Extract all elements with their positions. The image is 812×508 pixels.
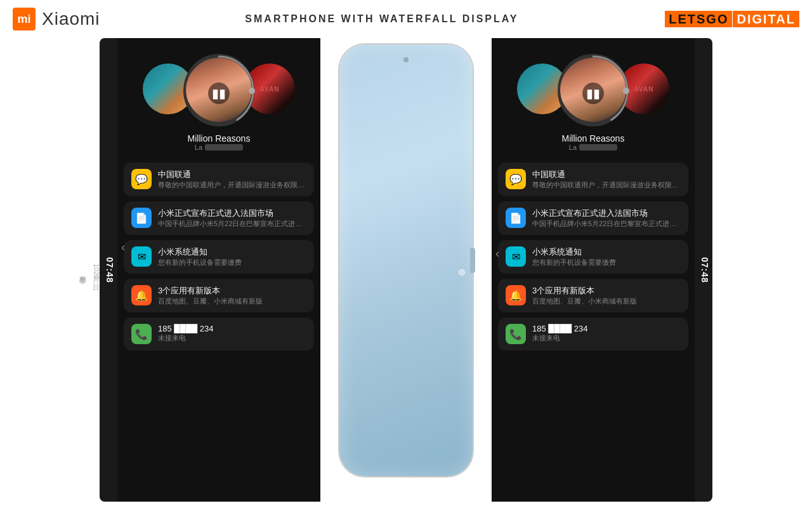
notif-desc-5-left: 未接来电 [158,333,306,343]
notif-content-4-right: 3个应用有新版本 百度地图、豆瓣、小米商城有新版 [532,285,681,306]
notifications-left: 💬 中国联通 尊敬的中国联通用户，开通国际漫游业务权限… 📄 小米正式宣布正式进… [117,157,320,356]
notif-title-5-left: 185 ████ 234 [158,324,306,333]
track-subtitle-right: La [562,144,625,151]
notif-desc-4-right: 百度地图、豆瓣、小米商城有新版 [532,297,681,306]
notif-title-3-left: 小米系统通知 [158,246,306,258]
notif-desc-3-right: 您有新的手机设备需要缴费 [532,258,681,267]
notif-content-3-left: 小米系统通知 您有新的手机设备需要缴费 [158,246,306,267]
pause-button-left[interactable]: ▮▮ [208,83,230,104]
notif-title-2-left: 小米正式宣布正式进入法国市场 [158,208,306,219]
notif-desc-2-right: 中国手机品牌小米5月22日在巴黎宣布正式进… [532,219,681,229]
notif-item-5-left[interactable]: 📞 185 ████ 234 未接来电 [124,318,314,351]
notif-desc-2-left: 中国手机品牌小米5月22日在巴黎宣布正式进… [158,219,306,229]
notif-icon-1-right: 💬 [506,169,526,189]
left-date1: 10月20日 [91,264,101,279]
notif-item-4-right[interactable]: 🔔 3个应用有新版本 百度地图、豆瓣、小米商城有新版 [498,279,688,312]
notif-content-4-left: 3个应用有新版本 百度地图、豆瓣、小米商城有新版 [158,285,306,306]
phone-left-screen: ‹ AVAN [117,38,320,502]
svg-point-2 [249,88,255,94]
notif-item-1-right[interactable]: 💬 中国联通 尊敬的中国联通用户，开通国际漫游业务权限… [498,163,688,196]
notif-desc-3-left: 您有新的手机设备需要缴费 [158,258,306,267]
header: mi Xiaomi SMARTPHONE WITH WATERFALL DISP… [0,0,812,38]
notif-icon-1-left: 💬 [131,169,152,189]
side-strip-left: 07:48 10月20日 聖月牛手 [100,38,117,502]
track-title-left: Million Reasons [188,133,251,144]
notif-title-4-right: 3个应用有新版本 [532,285,681,297]
notif-title-4-left: 3个应用有新版本 [158,285,306,297]
logo-area: mi Xiaomi [13,8,100,30]
track-info-left: Million Reasons La [188,133,251,151]
notif-icon-3-right: ✉ [506,246,526,267]
notif-icon-2-right: 📄 [506,208,526,228]
notif-icon-4-left: 🔔 [131,285,152,305]
notif-content-1-right: 中国联通 尊敬的中国联通用户，开通国际漫游业务权限… [532,169,681,190]
phone-right-screen: ‹ AVAN [492,38,695,502]
notif-content-1-left: 中国联通 尊敬的中国联通用户，开通国际漫游业务权限… [158,169,306,190]
track-subtitle-left: La [188,144,251,151]
main-content: 07:48 10月20日 聖月牛手 ‹ [0,38,812,502]
left-time: 07:48 [105,257,115,283]
notif-desc-4-left: 百度地图、豆瓣、小米商城有新版 [158,297,306,306]
front-camera-icon [403,57,409,62]
pause-button-right[interactable]: ▮▮ [582,83,604,104]
subtitle-blur-right [579,144,617,150]
chevron-left-button[interactable]: ‹ [121,240,125,253]
subtitle-blur-left [205,144,243,150]
notif-title-1-right: 中国联通 [532,169,681,180]
notif-content-5-right: 185 ████ 234 未接来电 [532,324,681,343]
page-title: SMARTPHONE WITH WATERFALL DISPLAY [245,13,518,25]
notif-item-4-left[interactable]: 🔔 3个应用有新版本 百度地图、豆瓣、小米商城有新版 [124,279,314,312]
center-phone [339,44,473,476]
notif-content-5-left: 185 ████ 234 未接来电 [158,324,306,343]
music-player-right: AVAN ▮▮ Millio [492,38,695,157]
chevron-right-button[interactable]: ‹ [495,247,499,260]
album-covers-right: AVAN ▮▮ [498,48,688,130]
music-player-left: AVAN [117,38,320,157]
notif-item-1-left[interactable]: 💬 中国联通 尊敬的中国联通用户，开通国际漫游业务权限… [124,163,314,196]
notif-desc-5-right: 未接来电 [532,333,681,343]
notif-desc-1-right: 尊敬的中国联通用户，开通国际漫游业务权限… [532,180,681,190]
notif-title-3-right: 小米系统通知 [532,246,681,258]
notif-icon-5-left: 📞 [131,324,152,344]
notif-item-2-left[interactable]: 📄 小米正式宣布正式进入法国市场 中国手机品牌小米5月22日在巴黎宣布正式进… [124,201,314,235]
notif-item-3-right[interactable]: ✉ 小米系统通知 您有新的手机设备需要缴费 [498,240,688,274]
notif-content-3-right: 小米系统通知 您有新的手机设备需要缴费 [532,246,681,267]
phone-right-container: ‹ AVAN [492,38,712,502]
letsgo-digital-logo: LETSGODIGITAL [664,12,799,27]
phone-left-container: 07:48 10月20日 聖月牛手 ‹ [100,38,320,502]
notif-content-2-right: 小米正式宣布正式进入法国市场 中国手机品牌小米5月22日在巴黎宣布正式进… [532,208,681,229]
notif-icon-5-right: 📞 [506,324,526,344]
notif-content-2-left: 小米正式宣布正式进入法国市场 中国手机品牌小米5月22日在巴黎宣布正式进… [158,208,306,229]
mi-logo-icon: mi [13,8,36,30]
notif-icon-2-left: 📄 [131,208,152,228]
notif-icon-3-left: ✉ [131,246,152,267]
notif-item-2-right[interactable]: 📄 小米正式宣布正式进入法国市场 中国手机品牌小米5月22日在巴黎宣布正式进… [498,201,688,235]
notif-title-5-right: 185 ████ 234 [532,324,681,333]
album-covers-left: AVAN [124,48,314,130]
notif-item-3-left[interactable]: ✉ 小米系统通知 您有新的手机设备需要缴费 [124,240,314,274]
side-button-icon [470,248,475,273]
track-info-right: Million Reasons La [562,133,625,151]
notif-title-2-right: 小米正式宣布正式进入法国市场 [532,208,681,219]
notif-desc-1-left: 尊敬的中国联通用户，开通国际漫游业务权限… [158,180,306,190]
notif-title-1-left: 中国联通 [158,169,306,180]
notifications-right: 💬 中国联通 尊敬的中国联通用户，开通国际漫游业务权限… 📄 小米正式宣布正式进… [492,157,695,356]
center-phone-wrapper [320,38,492,483]
brand-name: Xiaomi [42,9,100,29]
side-strip-right: 07:48 10月20日 聖月牛手 [695,38,712,502]
home-button-icon [459,269,465,276]
notif-icon-4-right: 🔔 [506,285,526,305]
right-time: 07:48 [700,257,710,283]
track-title-right: Million Reasons [562,133,625,144]
svg-point-5 [623,88,629,94]
notif-item-5-right[interactable]: 📞 185 ████ 234 未接来电 [498,318,688,351]
